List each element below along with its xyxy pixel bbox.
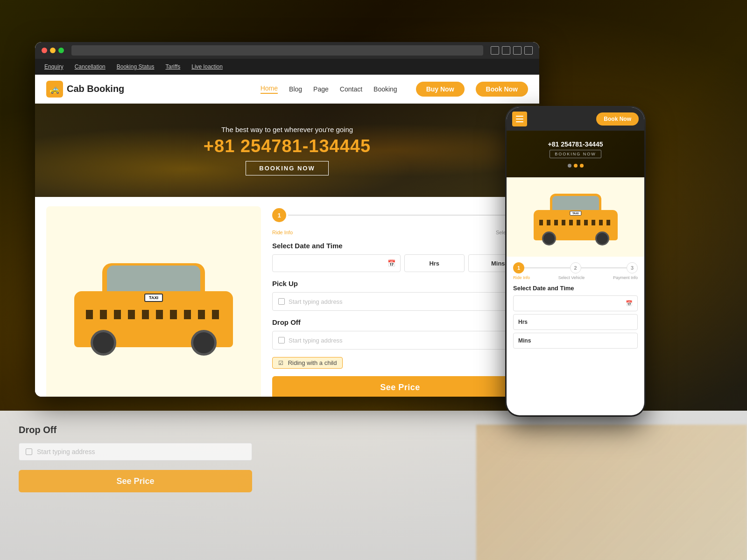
site-nav: 🚕 Cab Booking Home Blog Page Contact Boo… <box>35 75 539 104</box>
nav-links: Home Blog Page Contact Booking Buy Now <box>261 82 465 97</box>
hrs-input[interactable]: Hrs <box>404 254 465 272</box>
mobile-dot-1 <box>568 164 571 168</box>
topbar-live-location[interactable]: Live loaction <box>191 63 223 70</box>
step1-label: Ride Info <box>272 230 293 235</box>
step-line <box>288 215 512 216</box>
mobile-checker <box>539 220 612 225</box>
step-labels: Ride Info Select Vehicle <box>272 230 528 235</box>
nav-booking[interactable]: Booking <box>374 85 397 93</box>
hero-subtitle: The best way to get wherever you're goin… <box>204 126 371 133</box>
mobile-mins-input[interactable]: Mins <box>513 333 638 349</box>
browser-dot-green <box>58 48 64 53</box>
mobile-step-3: 3 <box>627 262 638 273</box>
mobile-wheel-right <box>595 231 609 245</box>
topbar-cancellation[interactable]: Cancellation <box>75 63 106 70</box>
topbar-booking-status[interactable]: Booking Status <box>117 63 155 70</box>
hamburger-line-3 <box>516 121 523 122</box>
mobile-step3-label: Payment Info <box>613 275 638 280</box>
booking-area: TAXI 1 2 Ride Info Select Vehicle Select… <box>35 197 539 397</box>
pickup-checkbox-icon <box>278 298 285 305</box>
mobile-dots <box>568 164 584 168</box>
car-image-panel: TAXI <box>46 206 261 397</box>
logo-text: Cab Booking <box>67 84 124 94</box>
child-checkbox-row: ☑ Riding with a child <box>272 357 528 369</box>
buy-now-button[interactable]: Buy Now <box>416 82 465 97</box>
mobile-taxi-car: TAXI <box>529 187 622 247</box>
bottom-section: Drop Off Start typing address See Price <box>0 411 747 560</box>
booking-form: 1 2 Ride Info Select Vehicle Select Date… <box>272 206 528 397</box>
see-price-button[interactable]: See Price <box>272 376 528 397</box>
mobile-date-input[interactable]: 📅 <box>513 295 638 311</box>
dropoff-title: Drop Off <box>272 318 528 326</box>
child-label[interactable]: ☑ Riding with a child <box>272 357 343 369</box>
dropoff-checkbox-icon <box>278 337 285 343</box>
mobile-step2-label: Select Vehicle <box>558 275 585 280</box>
site-topbar: Enquiry Cancellation Booking Status Tari… <box>35 59 539 75</box>
nav-blog[interactable]: Blog <box>289 85 302 93</box>
window-icon-1 <box>491 46 499 55</box>
logo-taxi-icon: 🚕 <box>46 81 63 98</box>
mobile-wheel-left <box>542 231 556 245</box>
browser-bar <box>35 42 539 59</box>
mobile-calendar-icon: 📅 <box>626 300 633 307</box>
hamburger-menu[interactable] <box>512 112 527 126</box>
browser-url-bar[interactable] <box>71 45 483 56</box>
mobile-step-line-2 <box>581 267 627 268</box>
mobile-taxi-sign: TAXI <box>570 211 581 216</box>
taxi-checker <box>86 310 221 319</box>
date-time-title: Select Date and Time <box>272 242 528 250</box>
mobile-date-time-title: Select Date and Time <box>513 285 638 292</box>
mobile-dot-2 <box>574 164 578 168</box>
book-now-desktop-button[interactable]: Book Now <box>476 82 528 97</box>
bottom-see-price-button[interactable]: See Price <box>19 470 252 492</box>
mobile-step-labels: Ride Info Select Vehicle Payment Info <box>513 275 638 280</box>
window-icon-3 <box>513 46 521 55</box>
hamburger-line-2 <box>516 119 523 119</box>
bottom-address-input[interactable]: Start typing address <box>19 443 252 461</box>
topbar-tariffs[interactable]: Tariffs <box>165 63 180 70</box>
browser-dot-yellow <box>50 48 56 53</box>
desktop-browser: Enquiry Cancellation Booking Status Tari… <box>35 42 539 397</box>
mobile-phone: +81 254781-34445 <box>548 140 603 148</box>
mobile-book-now-button[interactable]: Book Now <box>596 112 639 126</box>
mobile-step-2: 2 <box>570 262 581 273</box>
bottom-form: Drop Off Start typing address See Price <box>0 411 467 560</box>
mobile-form: 1 2 3 Ride Info Select Vehicle Payment I… <box>507 257 644 357</box>
nav-contact[interactable]: Contact <box>340 85 362 93</box>
mobile-hrs-input[interactable]: Hrs <box>513 314 638 330</box>
nav-home[interactable]: Home <box>261 84 278 94</box>
taxi-car-desktop: TAXI <box>65 249 242 361</box>
pickup-placeholder: Start typing address <box>289 298 343 305</box>
taxi-wheel-right <box>191 330 217 356</box>
bottom-car-area <box>467 411 747 560</box>
mobile-windshield <box>552 196 599 211</box>
pickup-address-input[interactable]: Start typing address <box>272 292 528 311</box>
mobile-steps-bar: 1 2 3 <box>513 262 638 273</box>
booking-now-button[interactable]: BOOKING NOW <box>246 161 329 175</box>
taxi-sign: TAXI <box>144 294 163 302</box>
date-input[interactable]: 📅 <box>272 254 401 272</box>
nav-page[interactable]: Page <box>313 85 329 93</box>
hero-phone: +81 254781-134445 <box>204 136 371 156</box>
car-windshield <box>107 266 200 294</box>
datetime-row: 📅 Hrs Mins <box>272 254 528 272</box>
bottom-dropoff-title: Drop Off <box>19 425 448 435</box>
mobile-booking-now[interactable]: BOOKING NOW <box>550 150 601 158</box>
dropoff-address-input[interactable]: Start typing address <box>272 331 528 350</box>
taxi-wheel-left <box>91 330 116 356</box>
child-label-text: Riding with a child <box>288 359 337 366</box>
mobile-car-area: TAXI <box>507 177 644 257</box>
mobile-step1-label: Ride Info <box>513 275 530 280</box>
window-icon-4 <box>524 46 533 55</box>
browser-icons <box>491 46 533 55</box>
browser-controls <box>42 48 64 53</box>
topbar-enquiry[interactable]: Enquiry <box>44 63 63 70</box>
hamburger-line-1 <box>516 116 523 117</box>
hero-section: The best way to get wherever you're goin… <box>35 104 539 197</box>
child-checkbox: ☑ <box>278 360 283 366</box>
hero-content: The best way to get wherever you're goin… <box>204 126 371 175</box>
bottom-address-placeholder: Start typing address <box>37 448 95 455</box>
mobile-step-line-1 <box>524 267 570 268</box>
site-logo: 🚕 Cab Booking <box>46 81 124 98</box>
bottom-checkbox-icon <box>26 448 32 455</box>
